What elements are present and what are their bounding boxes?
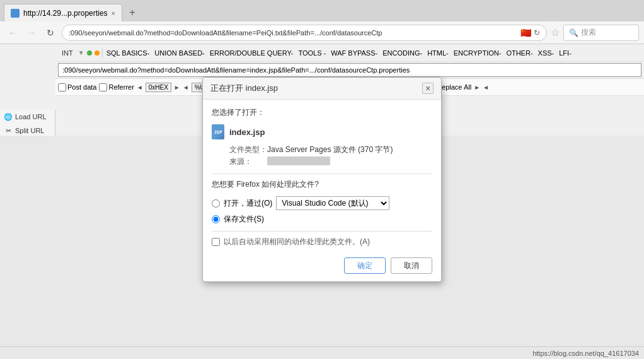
source-value-blurred bbox=[267, 156, 330, 165]
dialog-divider-2 bbox=[212, 231, 432, 232]
file-type-row: 文件类型： Java Server Pages 源文件 (370 字节) bbox=[229, 144, 432, 155]
dialog-subtitle: 您选择了打开： bbox=[212, 107, 432, 118]
dialog-question: 您想要 Firefox 如何处理此文件? bbox=[212, 179, 432, 190]
save-label[interactable]: 保存文件(S) bbox=[224, 214, 264, 225]
open-label[interactable]: 打开，通过(O) bbox=[224, 198, 272, 209]
open-radio[interactable] bbox=[212, 199, 220, 208]
dialog-overlay: 正在打开 index.jsp × 您选择了打开： JSP index.jsp 文… bbox=[0, 0, 644, 359]
dialog-body: 您选择了打开： JSP index.jsp 文件类型： Java Server … bbox=[203, 100, 441, 281]
dialog-close-button[interactable]: × bbox=[422, 83, 434, 94]
save-radio[interactable] bbox=[212, 215, 220, 223]
file-icon: JSP bbox=[212, 124, 224, 139]
save-option-row: 保存文件(S) bbox=[212, 214, 432, 225]
dialog-options: 打开，通过(O) Visual Studio Code (默认) 保存文件(S) bbox=[212, 196, 432, 225]
dialog-button-row: 确定 取消 bbox=[212, 255, 432, 274]
file-type-label: 文件类型： bbox=[229, 144, 267, 155]
auto-action-row: 以后自动采用相同的动作处理此类文件。(A) bbox=[212, 237, 432, 247]
file-type-value: Java Server Pages 源文件 (370 字节) bbox=[267, 144, 393, 155]
download-dialog: 正在打开 index.jsp × 您选择了打开： JSP index.jsp 文… bbox=[202, 77, 442, 282]
dialog-info-table: 文件类型： Java Server Pages 源文件 (370 字节) 来源： bbox=[229, 144, 432, 167]
auto-action-checkbox[interactable] bbox=[212, 238, 220, 246]
dialog-title: 正在打开 index.jsp bbox=[210, 83, 278, 94]
file-icon-label: JSP bbox=[214, 130, 222, 134]
dialog-title-bar: 正在打开 index.jsp × bbox=[203, 78, 441, 100]
dialog-divider bbox=[212, 174, 432, 174]
cancel-button[interactable]: 取消 bbox=[391, 257, 432, 274]
auto-action-label: 以后自动采用相同的动作处理此类文件。(A) bbox=[224, 237, 370, 247]
open-option-row: 打开，通过(O) Visual Studio Code (默认) bbox=[212, 196, 432, 210]
source-label: 来源： bbox=[229, 156, 267, 167]
app-select[interactable]: Visual Studio Code (默认) bbox=[276, 196, 389, 210]
confirm-button[interactable]: 确定 bbox=[344, 257, 386, 274]
source-row: 来源： bbox=[229, 156, 432, 167]
dialog-filename: index.jsp bbox=[229, 127, 265, 137]
dialog-file-row: JSP index.jsp bbox=[212, 124, 432, 139]
